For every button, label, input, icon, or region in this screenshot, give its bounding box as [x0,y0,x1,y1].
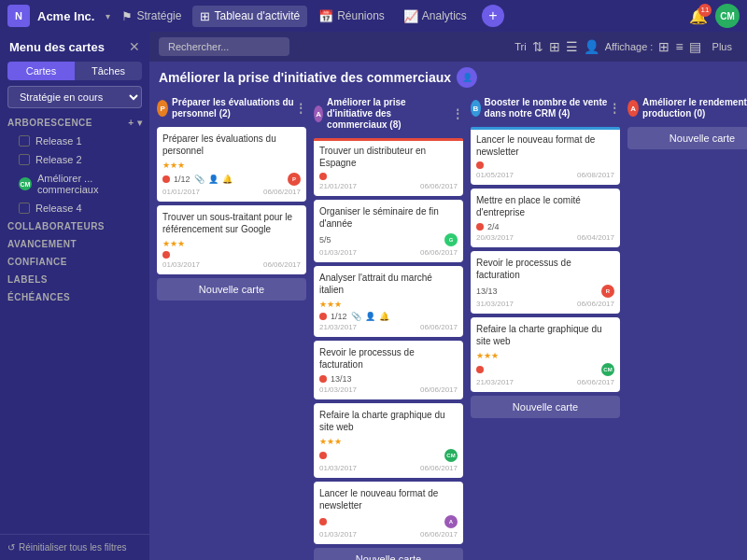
sidebar-bottom: ↺ Réinitialiser tous les filtres [0,534,149,560]
sidebar-section-arborescence[interactable]: ARBORESCENCE + ▾ [0,114,149,132]
sidebar-tab-cartes[interactable]: Cartes [7,62,75,80]
sidebar-item-release4[interactable]: Release 4 [0,199,149,217]
sidebar-section-avancement[interactable]: AVANCEMENT [0,235,149,253]
plus-icon[interactable]: + [128,118,134,128]
more-button[interactable]: Plus [707,39,738,54]
card-meta: 1/12📎👤🔔 [319,312,458,321]
card-icon: 🔔 [379,312,389,321]
sidebar-reset-button[interactable]: ↺ Réinitialiser tous les filtres [7,542,142,553]
card-meta: 2/4 [476,222,614,231]
new-card-button-3[interactable]: Nouvelle carte [627,127,747,149]
card-progress: 13/13 [331,374,352,384]
card-label [476,223,484,231]
nav-bell[interactable]: 🔔 11 [689,7,708,25]
filter-icon[interactable]: ⊞ [549,39,560,54]
card-title: Trouver un distributeur en Espagne [319,145,458,169]
table-row[interactable]: Trouver un distributeur en Espagne 21/01… [314,138,463,196]
card-progress: 2/4 [487,222,500,231]
card-meta: CM [476,363,614,376]
sidebar-section-echeances[interactable]: ÉCHÉANCES [0,288,149,306]
avatar: CM [601,363,614,376]
new-card-button-2[interactable]: Nouvelle carte [471,396,620,418]
check-release4[interactable] [19,203,30,214]
column-title-3: Améliorer le rendement de production (0) [642,97,747,119]
card-top-bar [314,138,463,141]
card-icon: 📎 [194,175,204,184]
card-title: Refaire la charte graphique du site web [319,409,458,433]
nav-item-reunions[interactable]: 📅 Réunions [311,6,392,27]
sidebar-close-button[interactable]: ✕ [129,39,140,54]
table-row[interactable]: Revoir le processus de facturation 13/13… [471,251,620,314]
card-date-start: 20/03/2017 [476,233,514,242]
avatar: P [288,173,301,186]
card-date-start: 01/03/2017 [319,248,357,257]
check-release1[interactable] [19,135,30,147]
avatar: R [601,285,614,298]
board-title-avatar: 👤 [457,67,477,88]
card-date-end: 06/04/2017 [577,233,614,242]
card-dates: 21/03/2017 06/06/2017 [476,378,614,386]
strategy-filter-select[interactable]: Stratégie en cours [7,86,142,108]
table-row[interactable]: Trouver un sous-traitant pour le référen… [157,205,306,274]
card-meta: 1/12📎👤🔔P [162,173,301,186]
calendar-icon: 📅 [318,9,333,23]
sidebar-item-release1[interactable]: Release 1 [0,132,149,150]
sort-label: Tri [514,41,526,52]
table-row[interactable]: Préparer les évaluations du personnel★★★… [157,127,306,202]
card-date-start: 01/03/2017 [319,385,357,394]
nav-brand[interactable]: Acme Inc. [37,9,94,23]
card-dates: 01/03/2017 06/06/2017 [319,464,458,472]
new-card-button-1[interactable]: Nouvelle carte [314,548,463,560]
person-icon[interactable]: 👤 [584,39,599,54]
view-grid-icon[interactable]: ⊞ [658,39,669,54]
table-row[interactable]: Lancer le nouveau format de newsletter A… [314,482,463,544]
card-label [162,251,170,259]
sidebar-section-collaborateurs[interactable]: COLLABORATEURS [0,217,149,235]
view-list-icon[interactable]: ≡ [675,39,683,54]
avatar: G [444,233,458,246]
sidebar-tab-taches[interactable]: Tâches [75,62,142,80]
card-avatars: CM [601,363,614,376]
nav-item-strategie[interactable]: ⚑ Stratégie [114,6,189,27]
column-menu-icon-2[interactable]: ⋮ [609,102,620,115]
sidebar-title: Menu des cartes [9,40,105,54]
card-meta: CM [319,449,458,462]
table-row[interactable]: Refaire la charte graphique du site web★… [471,317,620,392]
board-search-input[interactable] [159,37,289,56]
card-date-end: 06/06/2017 [420,530,458,539]
table-row[interactable]: Mettre en place le comité d'entreprise 2… [471,189,620,247]
new-card-button-0[interactable]: Nouvelle carte [157,278,306,301]
sidebar-section-confiance[interactable]: CONFIANCE [0,253,149,271]
check-release2[interactable] [19,154,30,165]
table-row[interactable]: Revoir le processus de facturation 13/13… [314,341,463,399]
filter-icon[interactable]: ▾ [137,118,142,128]
column-menu-icon-1[interactable]: ⋮ [452,107,463,120]
table-row[interactable]: Organiser le séminaire de fin d'année 5/… [314,200,463,262]
sidebar-item-release2[interactable]: Release 2 [0,150,149,169]
group-icon[interactable]: ☰ [566,39,578,54]
card-date-end: 06/06/2017 [420,182,458,190]
nav-bell-badge: 11 [698,4,712,17]
table-row[interactable]: Refaire la charte graphique du site web★… [314,403,463,478]
column-0: P Préparer les évaluations du personnel … [157,93,306,553]
nav-avatar[interactable]: CM [715,4,740,28]
nav-add-button[interactable]: + [482,5,504,27]
column-3: A Améliorer le rendement de production (… [627,93,747,553]
sort-az-icon[interactable]: ⇅ [532,39,543,54]
column-header-1: A Améliorer la prise d'initiative des co… [314,93,463,134]
avatar: CM [444,449,458,462]
table-row[interactable]: Lancer le nouveau format de newsletter 0… [471,127,620,185]
card-progress: 5/5 [319,235,331,245]
nav-item-tableau[interactable]: ⊞ Tableau d'activité [192,6,307,27]
nav-item-analytics[interactable]: 📈 Analytics [396,6,474,27]
sidebar-section-labels[interactable]: LABELS [0,271,149,288]
card-meta [162,251,301,259]
card-icon: 🔔 [222,175,233,184]
table-row[interactable]: Analyser l'attrait du marché italien★★★ … [314,266,463,337]
sidebar-item-ameliorer[interactable]: CM Améliorer ... commerciaux [0,169,149,199]
main-layout: Menu des cartes ✕ Cartes Tâches Stratégi… [0,32,747,560]
column-1: A Améliorer la prise d'initiative des co… [314,93,463,553]
view-timeline-icon[interactable]: ▤ [689,39,701,54]
column-menu-icon-0[interactable]: ⋮ [295,102,306,115]
card-title: Refaire la charte graphique du site web [476,323,614,347]
